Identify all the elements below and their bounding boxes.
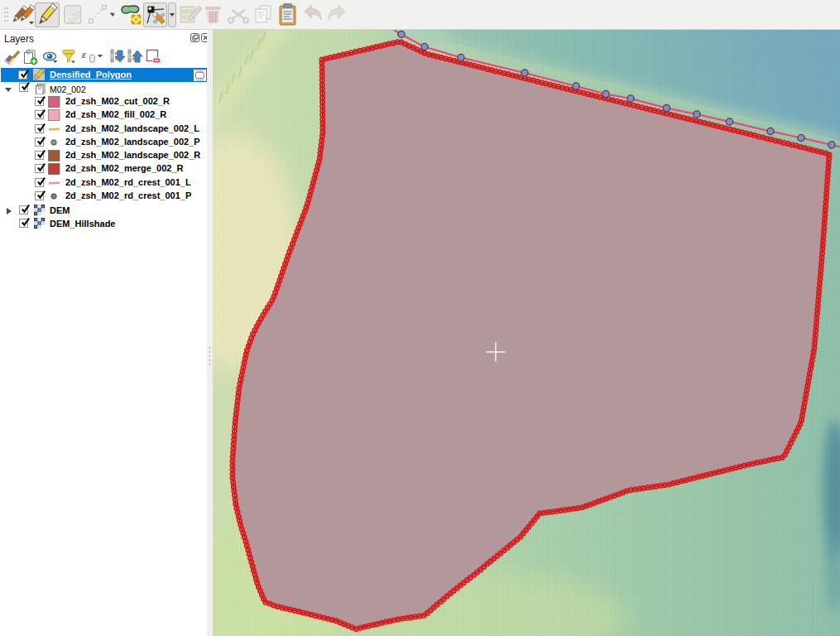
- svg-text:ε: ε: [82, 48, 87, 60]
